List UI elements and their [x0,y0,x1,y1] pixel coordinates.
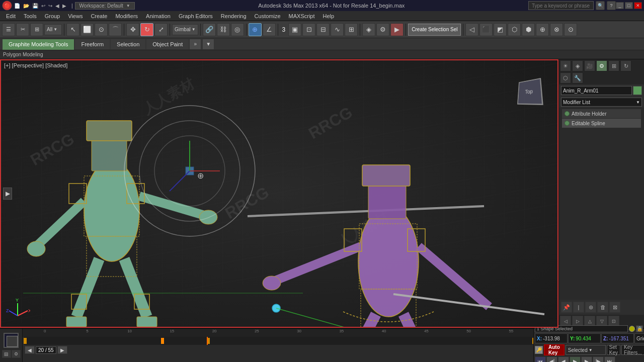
gimbal-dropdown[interactable]: Gimbal [172,24,198,35]
prev-keyframe-button[interactable]: ◀| [546,356,557,362]
make-unique-icon[interactable]: ⊛ [585,302,596,313]
tab-object-paint[interactable]: Object Paint [146,39,189,50]
select-region-icon[interactable]: ⊞ [30,23,43,36]
select-by-name-icon[interactable]: ✂ [16,23,29,36]
tab-graphite-modeling[interactable]: Graphite Modeling Tools [2,39,74,50]
configure-icon[interactable]: | [573,302,584,313]
modifier-set-icon[interactable]: ⊠ [609,302,620,313]
align-icon[interactable]: ⊟ [316,23,330,36]
viewcube[interactable]: Top [511,74,546,109]
keyframe-15[interactable] [161,338,164,344]
color-swatch-bg[interactable] [4,333,19,348]
tab-freeform[interactable]: Freeform [74,39,110,50]
menu-customize[interactable]: Customize [251,12,285,20]
object-name-input[interactable] [561,86,632,95]
remove-modifier-icon[interactable]: 🗑 [597,302,608,313]
scale-icon[interactable]: ⤢ [154,23,168,36]
last-frame-button[interactable]: ⏭ [604,356,615,362]
select-filter-icon[interactable]: ☰ [2,23,15,36]
tab-dropdown-button[interactable]: ▼ [202,39,214,50]
play-button[interactable]: ▶ [570,356,581,362]
select-cursor-icon[interactable]: ↖ [66,23,79,36]
modifier-attribute-holder[interactable]: Attribute Holder [562,109,641,118]
move-icon[interactable]: ✥ [126,23,139,36]
rotate-icon[interactable]: ↻ [140,23,153,36]
auto-key-button[interactable]: Auto Key [544,344,565,355]
menu-views[interactable]: Views [64,12,87,20]
first-frame-button[interactable]: ⏮ [535,356,546,362]
panel-tab-shape[interactable]: ◈ [572,60,583,71]
object-color-swatch[interactable] [633,86,642,95]
titlebar-undo-icon[interactable]: ↩ [40,3,46,9]
render-icon[interactable]: ▶ [390,23,404,36]
menu-maxscript[interactable]: MAXScript [285,12,319,20]
pin-stack-icon[interactable]: 📌 [561,302,572,313]
timeline-track[interactable] [24,337,532,345]
menu-rendering[interactable]: Rendering [217,12,251,20]
key-icon[interactable]: 🔑 [535,346,543,354]
workspace-selector[interactable]: Workspace: Default ▼ [75,2,135,10]
close-button[interactable]: ✕ [634,2,642,9]
keyframe-0[interactable] [24,338,27,344]
color-swatch-fg[interactable] [7,336,18,347]
tab-more-button[interactable]: » [189,39,201,50]
toolbar-extra-5[interactable]: ⬢ [522,23,535,36]
titlebar-redo-icon[interactable]: ↪ [47,3,53,9]
tab-selection[interactable]: Selection [110,39,146,50]
menu-modifiers[interactable]: Modifiers [111,12,142,20]
titlebar-file-icon[interactable]: 📄 [13,3,21,9]
titlebar-fwd-icon[interactable]: ▶ [61,3,67,9]
next-keyframe-button[interactable]: |▶ [593,356,604,362]
panel-tab-camera[interactable]: 🎥 [584,60,595,71]
menu-create[interactable]: Create [87,12,111,20]
angle-snap-icon[interactable]: ∠ [263,23,276,36]
toolbar-extra-7[interactable]: ⊗ [550,23,563,36]
bind-icon[interactable]: ◎ [231,23,244,36]
panel-tab-utilities[interactable]: 🔧 [572,72,583,83]
search-icon[interactable]: 🔍 [596,1,605,10]
toolbar-extra-6[interactable]: ⊕ [536,23,549,36]
select-region-circle-icon[interactable]: ⊙ [95,23,108,36]
lock-icon[interactable]: 🔒 [636,325,643,332]
named-sel-icon[interactable]: ▣ [288,23,301,36]
menu-edit[interactable]: Edit [2,12,20,20]
modifier-list-dropdown[interactable]: Modifier List [561,98,642,107]
titlebar-open-icon[interactable]: 📂 [22,3,30,9]
bottom-icon-2[interactable]: ⚙ [12,350,21,358]
mirror-icon[interactable]: ⊡ [302,23,315,36]
bottom-icon-1[interactable]: ▤ [2,350,11,358]
toolbar-extra-4[interactable]: ⬡ [508,23,521,36]
next-frame-btn[interactable]: ▶ [57,346,67,354]
toolbar-extra-2[interactable]: ⬛ [479,23,493,36]
schematic-icon[interactable]: ⊞ [345,23,358,36]
create-selection-button[interactable]: Create Selection Sel [408,24,461,36]
viewport[interactable]: [+] [Perspective] [Shaded] RRCG RRCG RRC… [0,59,558,328]
toolbar-extra-3[interactable]: ◩ [494,23,507,36]
titlebar-save-icon[interactable]: 💾 [31,3,39,9]
viewport-play-button[interactable]: ▶ [3,188,12,200]
next-frame-button[interactable]: ▶ [581,356,592,362]
restore-button[interactable]: □ [625,2,633,9]
prev-frame-btn[interactable]: ◀ [25,346,35,354]
coord-y-field[interactable]: Y: 90.434 [568,333,601,343]
prev-frame-button[interactable]: ◀ [558,356,569,362]
minimize-button[interactable]: _ [616,2,624,9]
filter-dropdown[interactable]: All [44,24,62,35]
unlink-icon[interactable]: ⛓ [217,23,230,36]
menu-graph-editors[interactable]: Graph Editors [175,12,217,20]
help-icon[interactable]: ? [607,1,616,10]
menu-help[interactable]: Help [319,12,339,20]
key-filters-button[interactable]: Key Filters... [621,345,644,355]
panel-tab-display2[interactable]: ⬡ [560,72,571,83]
keyword-search-input[interactable] [528,1,594,10]
select-region-rect-icon[interactable]: ⬜ [80,23,94,36]
panel-tab-modifier[interactable]: ⚙ [596,60,607,71]
selected-dropdown[interactable]: Selected [566,345,606,355]
keyframe-55[interactable] [532,338,533,344]
snaps-toggle-icon[interactable]: ⊕ [249,23,262,36]
titlebar-back-icon[interactable]: ◀ [54,3,60,9]
toolbar-extra-1[interactable]: ◁ [465,23,478,36]
menu-tools[interactable]: Tools [20,12,41,20]
panel-tab-display[interactable]: ☀ [560,60,571,71]
panel-tab-hierarchy[interactable]: ⊞ [608,60,619,71]
